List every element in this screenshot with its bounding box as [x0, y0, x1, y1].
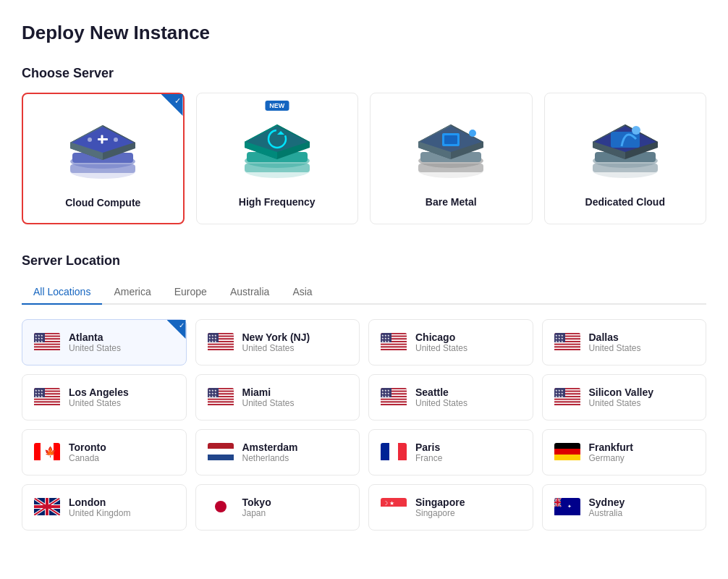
location-info: Dallas United States: [589, 331, 641, 353]
tab-america[interactable]: America: [102, 280, 162, 305]
svg-text:★★★: ★★★: [555, 339, 564, 343]
svg-text:✦: ✦: [567, 504, 572, 509]
location-info: Tokyo Japan: [242, 496, 271, 518]
svg-rect-126: [34, 402, 60, 404]
flag-fr: [381, 443, 407, 462]
location-name: Dallas: [589, 331, 641, 343]
location-country: Germany: [589, 453, 633, 463]
svg-rect-180: [554, 402, 580, 404]
tab-all-locations[interactable]: All Locations: [22, 280, 102, 305]
location-card-london[interactable]: London United Kingdom: [22, 484, 187, 531]
svg-rect-145: [208, 404, 234, 405]
location-card-dallas[interactable]: ★★★ ★★★ ★★★ Dallas United States: [542, 319, 707, 365]
svg-rect-105: [554, 344, 580, 345]
svg-point-10: [88, 138, 92, 142]
location-card-paris[interactable]: Paris France: [368, 429, 533, 476]
location-card-atlanta[interactable]: ★★★ ★★★ ★★★ Atlanta United States: [22, 319, 187, 365]
location-name: Silicon Valley: [589, 386, 654, 398]
location-name: London: [69, 496, 130, 508]
location-card-frankfurt[interactable]: Frankfurt Germany: [542, 429, 707, 476]
location-name: Paris: [415, 441, 442, 453]
svg-rect-143: [208, 402, 234, 403]
svg-rect-193: [381, 443, 389, 460]
svg-rect-124: [34, 400, 60, 402]
location-card-seattle[interactable]: ★★★ ★★★ ★★★ Seattle United States: [368, 374, 533, 420]
flag-ca: 🍁: [34, 443, 60, 462]
svg-text:🍁: 🍁: [44, 446, 57, 458]
svg-rect-190: [208, 443, 234, 449]
server-icon-area-dc: [556, 108, 695, 187]
svg-rect-70: [208, 345, 234, 347]
server-icon-area-hf: [208, 108, 347, 187]
location-card-new-york[interactable]: ★★★ ★★★ ★★★ New York (NJ) United States: [195, 319, 360, 365]
server-icon-area-bm: [382, 108, 520, 187]
location-card-amsterdam[interactable]: Amsterdam Netherlands: [195, 429, 360, 476]
svg-rect-211: [381, 507, 407, 515]
svg-point-31: [469, 130, 476, 137]
location-card-silicon-valley[interactable]: ★★★ ★★★ ★★★ Silicon Valley United States: [542, 374, 707, 420]
server-card-cloud-compute[interactable]: Cloud Compute: [22, 93, 185, 224]
svg-rect-87: [381, 344, 407, 345]
location-card-sydney[interactable]: ✦ Sydney Australia: [542, 484, 707, 531]
svg-text:★★★: ★★★: [555, 394, 564, 398]
flag-us: ★★★ ★★★ ★★★: [381, 333, 407, 352]
location-country: Singapore: [415, 508, 465, 518]
svg-rect-142: [208, 400, 234, 402]
server-card-bare-metal[interactable]: Bare Metal: [370, 93, 533, 224]
svg-rect-195: [398, 443, 407, 460]
svg-rect-109: [554, 349, 580, 350]
location-name: Toronto: [69, 441, 106, 453]
flag-us: ★★★ ★★★ ★★★: [34, 333, 60, 352]
location-card-miami[interactable]: ★★★ ★★★ ★★★ Miami United States: [195, 374, 360, 420]
location-card-los-angeles[interactable]: ★★★ ★★★ ★★★ Los Angeles United States: [22, 374, 187, 420]
location-country: Japan: [242, 508, 271, 518]
location-card-chicago[interactable]: ★★★ ★★★ ★★★ Chicago United States: [368, 319, 533, 365]
location-country: United States: [69, 343, 121, 353]
svg-text:★★★: ★★★: [35, 394, 43, 398]
svg-rect-106: [554, 345, 580, 347]
location-country: France: [415, 453, 442, 463]
location-info: Chicago United States: [415, 331, 467, 353]
location-country: Australia: [589, 508, 625, 518]
svg-rect-123: [34, 399, 60, 400]
location-name: Atlanta: [69, 331, 121, 343]
tab-europe[interactable]: Europe: [163, 280, 219, 305]
svg-rect-179: [554, 402, 580, 403]
location-name: Seattle: [415, 386, 467, 398]
flag-us: ★★★ ★★★ ★★★: [208, 333, 234, 352]
location-name: Singapore: [415, 496, 465, 508]
svg-rect-89: [381, 347, 407, 348]
location-card-singapore[interactable]: ☽ ★ Singapore Singapore: [368, 484, 533, 531]
server-card-high-frequency[interactable]: NEW High Frequency: [196, 93, 359, 224]
svg-text:☽ ★: ☽ ★: [383, 500, 394, 507]
svg-rect-91: [381, 349, 407, 350]
location-card-tokyo[interactable]: Tokyo Japan: [195, 484, 360, 531]
svg-text:★★★: ★★★: [381, 394, 390, 398]
svg-point-11: [114, 138, 118, 142]
svg-rect-178: [554, 400, 580, 402]
tab-australia[interactable]: Australia: [219, 280, 281, 305]
flag-nl: [208, 443, 234, 462]
svg-rect-88: [381, 345, 407, 347]
location-card-toronto[interactable]: 🍁 Toronto Canada: [22, 429, 187, 476]
tab-asia[interactable]: Asia: [281, 280, 323, 305]
svg-rect-194: [389, 443, 398, 460]
svg-rect-192: [208, 455, 234, 460]
server-card-dedicated-cloud[interactable]: Dedicated Cloud: [544, 93, 707, 224]
svg-rect-30: [444, 135, 457, 144]
svg-rect-161: [381, 402, 407, 403]
high-frequency-icon: [234, 111, 321, 184]
location-tabs: All Locations America Europe Australia A…: [22, 280, 706, 305]
location-info: New York (NJ) United States: [242, 331, 310, 353]
svg-rect-141: [208, 399, 234, 400]
bare-metal-icon: [407, 111, 494, 184]
flag-gb: [34, 498, 60, 517]
server-icon-area: [35, 109, 172, 188]
flag-au: ✦: [554, 498, 580, 517]
svg-rect-144: [208, 402, 234, 404]
location-info: Sydney Australia: [589, 496, 625, 518]
svg-rect-9: [101, 135, 103, 144]
svg-point-41: [632, 126, 640, 135]
location-info: Singapore Singapore: [415, 496, 465, 518]
location-name: Chicago: [415, 331, 467, 343]
